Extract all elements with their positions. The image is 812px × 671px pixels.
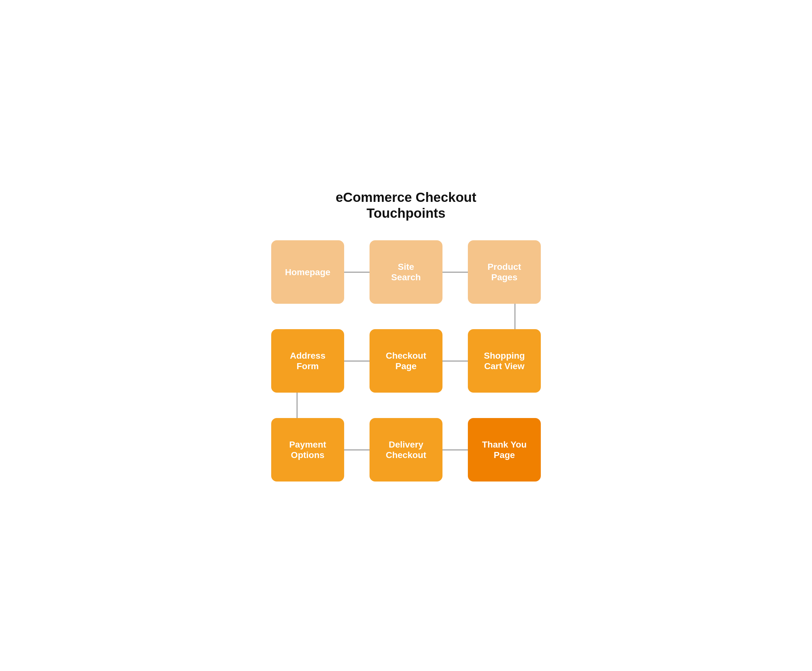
- connector-h-7-8: [344, 450, 370, 450]
- node-thank-you-page: Thank YouPage: [468, 418, 541, 482]
- connector-h-1-2: [344, 272, 370, 272]
- connector-h-4-5: [344, 361, 370, 361]
- spacer-1-2: [263, 304, 549, 329]
- node-shopping-cart: ShoppingCart View: [468, 329, 541, 393]
- node-site-search: SiteSearch: [370, 240, 442, 304]
- node-delivery-checkout: DeliveryCheckout: [370, 418, 442, 482]
- spacer-2-3: [263, 393, 549, 418]
- node-checkout-page: CheckoutPage: [370, 329, 442, 393]
- connector-v-address-to-payment: [297, 393, 297, 418]
- connector-h-5-6: [442, 361, 468, 361]
- node-address-form: AddressForm: [271, 329, 344, 393]
- connector-h-8-9: [442, 450, 468, 450]
- connector-h-2-3: [442, 272, 468, 272]
- row-3: PaymentOptions DeliveryCheckout Thank Yo…: [263, 418, 549, 482]
- row-1: Homepage SiteSearch ProductPages: [263, 240, 549, 304]
- row-2: AddressForm CheckoutPage ShoppingCart Vi…: [263, 329, 549, 393]
- node-homepage: Homepage: [271, 240, 344, 304]
- node-product-pages: ProductPages: [468, 240, 541, 304]
- diagram-container: eCommerce Checkout Touchpoints Homepage …: [263, 189, 549, 482]
- page-title: eCommerce Checkout Touchpoints: [336, 189, 476, 221]
- grid-wrapper: Homepage SiteSearch ProductPages Address…: [263, 240, 549, 482]
- node-payment-options: PaymentOptions: [271, 418, 344, 482]
- connector-v-product-to-cart: [515, 304, 515, 329]
